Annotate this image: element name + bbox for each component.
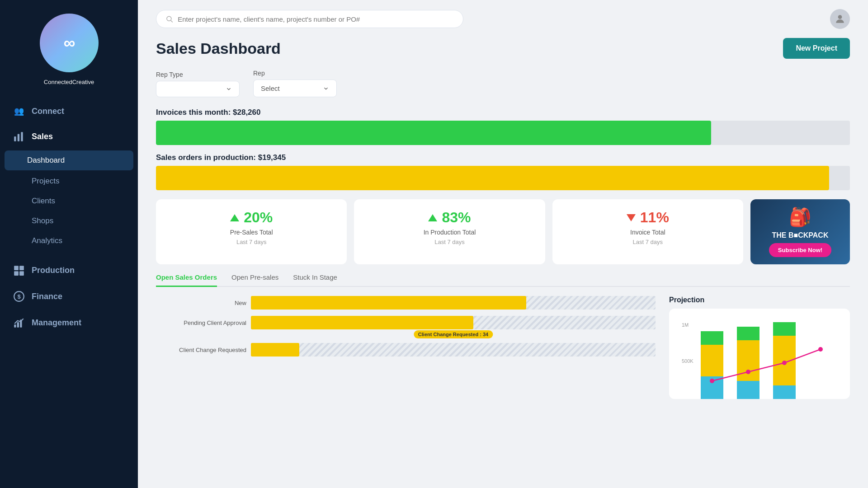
svg-text:$: $ bbox=[17, 293, 21, 300]
invoices-bar-container bbox=[156, 121, 850, 145]
page-title: Sales Dashboard bbox=[156, 40, 281, 57]
down-arrow-icon bbox=[627, 214, 636, 221]
sidebar-item-management[interactable]: Management bbox=[0, 310, 138, 336]
svg-rect-2 bbox=[21, 132, 23, 141]
svg-rect-4 bbox=[19, 266, 24, 270]
user-avatar[interactable] bbox=[830, 9, 850, 29]
svg-line-13 bbox=[171, 20, 173, 22]
sidebar-item-projects[interactable]: Projects bbox=[0, 171, 138, 191]
svg-rect-25 bbox=[773, 385, 796, 399]
sales-orders-stat: Sales orders in production: $19,345 bbox=[156, 153, 850, 190]
logo-circle: ∞ bbox=[40, 14, 99, 72]
rep-filter: Rep Select bbox=[253, 70, 337, 97]
sidebar-item-analytics[interactable]: Analytics bbox=[0, 231, 138, 251]
rep-type-select[interactable] bbox=[156, 81, 240, 97]
dashboard-content: Sales Dashboard New Project Rep Type Rep… bbox=[138, 33, 868, 488]
invoice-total-desc: Invoice Total bbox=[630, 229, 665, 236]
bar-label-client-change: Client Change Requested bbox=[156, 347, 246, 353]
svg-text:1M: 1M bbox=[682, 322, 689, 328]
tab-stuck[interactable]: Stuck In Stage bbox=[293, 273, 337, 287]
connect-icon: 👥 bbox=[13, 106, 25, 116]
in-production-sub: Last 7 days bbox=[434, 239, 465, 245]
chevron-down-icon bbox=[226, 86, 232, 92]
svg-rect-0 bbox=[14, 136, 16, 141]
tabs-row: Open Sales Orders Open Pre-sales Stuck I… bbox=[156, 273, 850, 287]
sidebar-item-sales[interactable]: Sales bbox=[0, 123, 138, 150]
new-project-button[interactable]: New Project bbox=[783, 38, 850, 59]
sidebar-item-shops[interactable]: Shops bbox=[0, 211, 138, 231]
bar-fill-new bbox=[251, 296, 526, 310]
sidebar-item-clients[interactable]: Clients bbox=[0, 191, 138, 211]
invoice-total-sub: Last 7 days bbox=[633, 239, 663, 245]
sidebar-item-connect[interactable]: 👥 Connect bbox=[0, 99, 138, 123]
invoices-label: Invoices this month: $28,260 bbox=[156, 108, 850, 117]
sidebar: ∞ ConnectedCreative 👥 Connect Sales Dash… bbox=[0, 0, 138, 488]
svg-rect-22 bbox=[737, 381, 760, 399]
filters-row: Rep Type Rep Select bbox=[156, 70, 850, 97]
svg-rect-1 bbox=[18, 134, 19, 141]
logo-area: ∞ ConnectedCreative bbox=[0, 0, 138, 99]
svg-rect-18 bbox=[701, 331, 723, 345]
ad-title: THE B■CKPACK bbox=[772, 231, 829, 239]
ad-banner: 🎒 THE B■CKPACK Subscribe Now! bbox=[750, 199, 850, 264]
svg-point-29 bbox=[818, 347, 823, 352]
bar-chart-area: New Pending Client Approval Client Chang… bbox=[156, 296, 656, 399]
production-icon bbox=[13, 264, 25, 276]
search-bar[interactable] bbox=[156, 10, 463, 28]
rep-select[interactable]: Select bbox=[253, 80, 337, 97]
svg-rect-5 bbox=[14, 271, 19, 276]
projection-chart: 1M 500K bbox=[669, 309, 850, 399]
up-arrow-icon bbox=[230, 214, 239, 221]
header bbox=[138, 0, 868, 33]
sidebar-item-finance[interactable]: $ Finance bbox=[0, 283, 138, 310]
pre-sales-sub: Last 7 days bbox=[236, 239, 267, 245]
bar-wrap-pending: Client Change Requested : 34 bbox=[251, 316, 656, 329]
bar-wrap-client-change bbox=[251, 343, 656, 357]
sales-sub-nav: Dashboard Projects Clients Shops Analyti… bbox=[0, 150, 138, 251]
in-production-desc: In Production Total bbox=[424, 229, 476, 236]
bar-label-pending: Pending Client Approval bbox=[156, 319, 246, 326]
nav-section: 👥 Connect Sales Dashboard Projects bbox=[0, 99, 138, 336]
finance-icon: $ bbox=[13, 291, 25, 302]
tab-open-presales[interactable]: Open Pre-sales bbox=[231, 273, 278, 287]
sidebar-item-management-label: Management bbox=[32, 318, 81, 328]
sales-orders-label: Sales orders in production: $19,345 bbox=[156, 153, 850, 162]
projection-area: Projection 1M 500K bbox=[669, 296, 850, 399]
sales-orders-bar-fill bbox=[156, 166, 829, 190]
svg-point-12 bbox=[167, 16, 171, 21]
in-production-card: 83% In Production Total Last 7 days bbox=[354, 199, 545, 264]
metrics-row: 20% Pre-Sales Total Last 7 days 83% In P… bbox=[156, 199, 850, 264]
sidebar-item-sales-label: Sales bbox=[32, 132, 53, 141]
logo-infinity-icon: ∞ bbox=[64, 33, 75, 52]
user-icon bbox=[834, 13, 846, 25]
bar-wrap-new bbox=[251, 296, 656, 310]
backpack-icon: 🎒 bbox=[789, 206, 811, 228]
rep-chevron-icon bbox=[323, 85, 329, 92]
sales-orders-bar-container bbox=[156, 166, 850, 190]
subscribe-button[interactable]: Subscribe Now! bbox=[769, 243, 831, 257]
sidebar-item-production[interactable]: Production bbox=[0, 257, 138, 283]
svg-text:500K: 500K bbox=[682, 358, 693, 364]
rep-type-label: Rep Type bbox=[156, 71, 240, 78]
svg-point-28 bbox=[782, 361, 787, 365]
bar-chart-row-new: New bbox=[156, 296, 656, 310]
rep-value: Select bbox=[261, 84, 280, 92]
tab-open-sales[interactable]: Open Sales Orders bbox=[156, 273, 217, 287]
page-header: Sales Dashboard New Project bbox=[156, 38, 850, 59]
svg-rect-3 bbox=[14, 266, 19, 270]
main-content: Sales Dashboard New Project Rep Type Rep… bbox=[138, 0, 868, 488]
search-input[interactable] bbox=[178, 15, 454, 23]
svg-rect-24 bbox=[773, 322, 796, 336]
tooltip-badge-pending: Client Change Requested : 34 bbox=[414, 330, 493, 338]
svg-rect-9 bbox=[14, 324, 16, 328]
sidebar-item-connect-label: Connect bbox=[32, 107, 64, 116]
invoices-bar-fill bbox=[156, 121, 711, 145]
bar-chart-row-pending: Pending Client Approval Client Change Re… bbox=[156, 316, 656, 329]
svg-rect-21 bbox=[737, 327, 760, 340]
svg-rect-6 bbox=[19, 271, 24, 276]
pre-sales-desc: Pre-Sales Total bbox=[230, 229, 273, 236]
pre-sales-card: 20% Pre-Sales Total Last 7 days bbox=[156, 199, 347, 264]
invoice-total-value: 11% bbox=[640, 209, 669, 226]
sidebar-item-dashboard[interactable]: Dashboard bbox=[5, 150, 133, 170]
bar-bg-client-change bbox=[251, 343, 656, 357]
